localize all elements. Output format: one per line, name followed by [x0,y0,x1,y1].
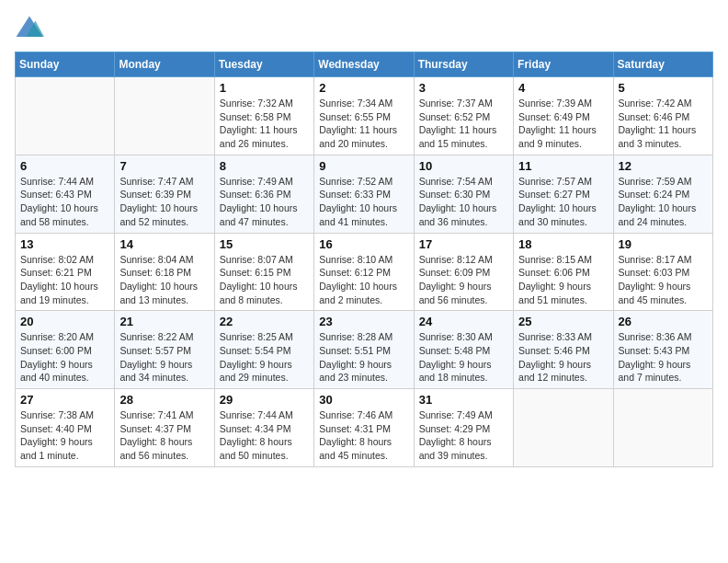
calendar-cell: 3Sunrise: 7:37 AM Sunset: 6:52 PM Daylig… [414,77,513,155]
day-number: 19 [619,237,708,251]
day-info: Sunrise: 8:33 AM Sunset: 5:46 PM Dayligh… [518,330,608,385]
weekday-header: Sunday [16,52,115,77]
day-number: 21 [119,315,209,328]
day-info: Sunrise: 8:25 AM Sunset: 5:54 PM Dayligh… [220,330,309,385]
day-number: 10 [419,159,508,173]
calendar-cell: 12Sunrise: 7:59 AM Sunset: 6:24 PM Dayli… [613,155,712,233]
day-number: 14 [119,237,209,251]
day-number: 26 [619,315,708,328]
page-header [15,15,713,40]
calendar-cell [613,389,712,467]
calendar-cell: 4Sunrise: 7:39 AM Sunset: 6:49 PM Daylig… [514,77,613,155]
day-number: 11 [518,159,608,173]
weekday-header: Monday [115,52,214,77]
day-info: Sunrise: 7:44 AM Sunset: 6:43 PM Dayligh… [20,175,109,229]
day-info: Sunrise: 7:47 AM Sunset: 6:39 PM Dayligh… [119,175,209,229]
day-info: Sunrise: 7:44 AM Sunset: 4:34 PM Dayligh… [220,408,309,463]
calendar-cell: 9Sunrise: 7:52 AM Sunset: 6:33 PM Daylig… [314,155,414,233]
weekday-header: Saturday [613,52,712,77]
day-info: Sunrise: 7:49 AM Sunset: 4:29 PM Dayligh… [419,408,508,463]
calendar-cell: 24Sunrise: 8:30 AM Sunset: 5:48 PM Dayli… [414,311,513,389]
day-number: 30 [319,393,408,407]
day-info: Sunrise: 7:46 AM Sunset: 4:31 PM Dayligh… [319,408,408,463]
calendar-cell: 6Sunrise: 7:44 AM Sunset: 6:43 PM Daylig… [16,155,115,233]
weekday-header: Tuesday [214,52,313,77]
day-number: 18 [518,237,608,251]
calendar-cell: 31Sunrise: 7:49 AM Sunset: 4:29 PM Dayli… [414,389,513,467]
day-number: 31 [419,393,508,407]
day-number: 13 [20,237,109,251]
calendar-cell: 22Sunrise: 8:25 AM Sunset: 5:54 PM Dayli… [214,311,313,389]
day-number: 5 [619,81,708,95]
day-number: 1 [220,81,309,95]
day-number: 4 [518,81,608,95]
day-info: Sunrise: 7:42 AM Sunset: 6:46 PM Dayligh… [619,97,708,151]
day-number: 20 [20,315,109,328]
day-number: 7 [119,159,209,173]
day-info: Sunrise: 7:49 AM Sunset: 6:36 PM Dayligh… [220,175,309,229]
calendar-cell: 14Sunrise: 8:04 AM Sunset: 6:18 PM Dayli… [115,233,214,311]
calendar-cell: 30Sunrise: 7:46 AM Sunset: 4:31 PM Dayli… [314,389,414,467]
day-info: Sunrise: 7:54 AM Sunset: 6:30 PM Dayligh… [419,175,508,229]
day-info: Sunrise: 7:39 AM Sunset: 6:49 PM Dayligh… [518,97,608,151]
day-info: Sunrise: 7:32 AM Sunset: 6:58 PM Dayligh… [220,97,309,151]
calendar-week-row: 20Sunrise: 8:20 AM Sunset: 6:00 PM Dayli… [16,311,713,389]
day-info: Sunrise: 7:52 AM Sunset: 6:33 PM Dayligh… [319,175,408,229]
day-number: 16 [319,237,408,251]
calendar-cell: 21Sunrise: 8:22 AM Sunset: 5:57 PM Dayli… [115,311,214,389]
calendar-week-row: 27Sunrise: 7:38 AM Sunset: 4:40 PM Dayli… [16,389,713,467]
calendar-cell [514,389,613,467]
calendar-header-row: SundayMondayTuesdayWednesdayThursdayFrid… [16,52,713,77]
calendar-cell: 19Sunrise: 8:17 AM Sunset: 6:03 PM Dayli… [613,233,712,311]
day-info: Sunrise: 7:57 AM Sunset: 6:27 PM Dayligh… [518,175,608,229]
calendar-cell: 13Sunrise: 8:02 AM Sunset: 6:21 PM Dayli… [16,233,115,311]
calendar-cell: 28Sunrise: 7:41 AM Sunset: 4:37 PM Dayli… [115,389,214,467]
day-number: 3 [419,81,508,95]
day-info: Sunrise: 8:20 AM Sunset: 6:00 PM Dayligh… [20,330,109,385]
day-number: 29 [220,393,309,407]
day-info: Sunrise: 8:02 AM Sunset: 6:21 PM Dayligh… [20,253,109,307]
weekday-header: Friday [514,52,613,77]
calendar-cell: 2Sunrise: 7:34 AM Sunset: 6:55 PM Daylig… [314,77,414,155]
day-info: Sunrise: 7:34 AM Sunset: 6:55 PM Dayligh… [319,97,408,151]
day-info: Sunrise: 7:41 AM Sunset: 4:37 PM Dayligh… [119,408,209,463]
calendar-cell [115,77,214,155]
day-number: 22 [220,315,309,328]
calendar-week-row: 6Sunrise: 7:44 AM Sunset: 6:43 PM Daylig… [16,155,713,233]
calendar-week-row: 13Sunrise: 8:02 AM Sunset: 6:21 PM Dayli… [16,233,713,311]
day-number: 6 [20,159,109,173]
day-number: 17 [419,237,508,251]
day-info: Sunrise: 7:59 AM Sunset: 6:24 PM Dayligh… [619,175,708,229]
day-number: 24 [419,315,508,328]
calendar-cell: 25Sunrise: 8:33 AM Sunset: 5:46 PM Dayli… [514,311,613,389]
calendar-cell: 16Sunrise: 8:10 AM Sunset: 6:12 PM Dayli… [314,233,414,311]
day-number: 2 [319,81,408,95]
day-number: 28 [119,393,209,407]
logo-icon [15,15,44,40]
weekday-header: Thursday [414,52,513,77]
calendar-cell: 27Sunrise: 7:38 AM Sunset: 4:40 PM Dayli… [16,389,115,467]
day-info: Sunrise: 7:38 AM Sunset: 4:40 PM Dayligh… [20,408,109,463]
day-number: 8 [220,159,309,173]
calendar-week-row: 1Sunrise: 7:32 AM Sunset: 6:58 PM Daylig… [16,77,713,155]
calendar-cell: 1Sunrise: 7:32 AM Sunset: 6:58 PM Daylig… [214,77,313,155]
calendar-cell: 23Sunrise: 8:28 AM Sunset: 5:51 PM Dayli… [314,311,414,389]
calendar-cell: 18Sunrise: 8:15 AM Sunset: 6:06 PM Dayli… [514,233,613,311]
calendar-cell: 10Sunrise: 7:54 AM Sunset: 6:30 PM Dayli… [414,155,513,233]
calendar-cell: 7Sunrise: 7:47 AM Sunset: 6:39 PM Daylig… [115,155,214,233]
day-number: 12 [619,159,708,173]
calendar-cell: 26Sunrise: 8:36 AM Sunset: 5:43 PM Dayli… [613,311,712,389]
day-number: 23 [319,315,408,328]
day-number: 25 [518,315,608,328]
day-info: Sunrise: 8:36 AM Sunset: 5:43 PM Dayligh… [619,330,708,385]
day-info: Sunrise: 8:15 AM Sunset: 6:06 PM Dayligh… [518,253,608,307]
day-info: Sunrise: 8:12 AM Sunset: 6:09 PM Dayligh… [419,253,508,307]
day-info: Sunrise: 8:28 AM Sunset: 5:51 PM Dayligh… [319,330,408,385]
day-info: Sunrise: 8:07 AM Sunset: 6:15 PM Dayligh… [220,253,309,307]
calendar-cell: 8Sunrise: 7:49 AM Sunset: 6:36 PM Daylig… [214,155,313,233]
day-info: Sunrise: 8:22 AM Sunset: 5:57 PM Dayligh… [119,330,209,385]
day-info: Sunrise: 7:37 AM Sunset: 6:52 PM Dayligh… [419,97,508,151]
calendar-cell: 5Sunrise: 7:42 AM Sunset: 6:46 PM Daylig… [613,77,712,155]
calendar-cell [16,77,115,155]
calendar-cell: 29Sunrise: 7:44 AM Sunset: 4:34 PM Dayli… [214,389,313,467]
